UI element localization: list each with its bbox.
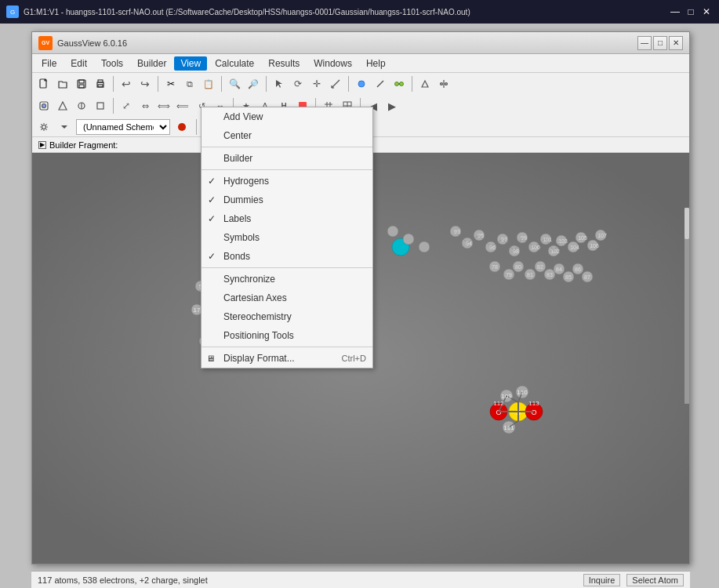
svg-text:97: 97 (501, 237, 507, 242)
labels-label: Labels (223, 213, 251, 224)
menu-windows[interactable]: Windows (307, 56, 358, 71)
toolbar-sep-3 (221, 76, 222, 92)
symbols-label: Symbols (223, 232, 260, 243)
toolbar-align-button[interactable]: ⟺ (155, 97, 172, 114)
scheme-selector[interactable]: (Unnamed Scheme) (76, 119, 170, 135)
menu-tools[interactable]: Tools (95, 56, 129, 71)
svg-rect-23 (97, 103, 103, 109)
toolbar-new-button[interactable] (35, 75, 53, 93)
view-menu-center[interactable]: Center (202, 126, 372, 145)
toolbar-paste-button[interactable]: 📋 (200, 75, 217, 93)
app-logo-icon: GV (38, 36, 53, 50)
menu-edit[interactable]: Edit (64, 56, 93, 71)
fragment-label: Builder Fragment: (49, 140, 118, 150)
view-menu-positioning-tools[interactable]: Positioning Tools (202, 326, 372, 345)
toolbar-copy-button[interactable]: ⧉ (181, 75, 198, 93)
svg-point-18 (445, 83, 448, 85)
dummies-label: Dummies (223, 194, 263, 205)
toolbar-next-button[interactable]: ▶ (383, 97, 401, 114)
add-view-label: Add View (223, 111, 263, 122)
svg-text:87: 87 (584, 274, 590, 280)
toolbar-cut-button[interactable]: ✂ (162, 75, 180, 93)
menu-view[interactable]: View (174, 56, 207, 71)
view-menu-labels[interactable]: ✓ Labels (202, 209, 372, 228)
toolbar-bond-button[interactable] (372, 75, 389, 93)
view-menu-dummies[interactable]: ✓ Dummies (202, 191, 372, 209)
toolbar-r1-btn4[interactable] (92, 97, 109, 114)
toolbar-save-button[interactable] (73, 75, 90, 93)
toolbar-symmetry-button[interactable] (435, 75, 452, 93)
bonds-check: ✓ (208, 251, 216, 262)
view-menu-stereochemistry[interactable]: Stereochemistry (202, 307, 372, 326)
svg-text:107: 107 (597, 233, 607, 238)
center-label: Center (223, 130, 252, 141)
svg-text:100: 100 (531, 245, 540, 250)
menu-results[interactable]: Results (262, 56, 306, 71)
toolbar-move-button[interactable]: ⤢ (118, 97, 135, 114)
svg-text:99: 99 (521, 235, 527, 241)
view-menu-cartesian-axes[interactable]: Cartesian Axes (202, 289, 372, 307)
svg-text:101: 101 (543, 237, 552, 242)
toolbar-sep-5 (348, 76, 349, 92)
toolbar-flip-button[interactable]: ⟸ (174, 97, 191, 114)
toolbar-sep-6 (412, 76, 412, 92)
os-minimize-button[interactable]: — (669, 5, 681, 18)
svg-text:106: 106 (590, 243, 599, 249)
toolbar-select-button[interactable] (271, 75, 288, 93)
scheme-sep (196, 119, 197, 135)
toolbar-translate-button[interactable]: ✛ (308, 75, 325, 93)
synchronize-label: Synchronize (223, 274, 275, 285)
os-maximize-button[interactable]: □ (685, 5, 697, 18)
view-menu-add-view[interactable]: Add View (202, 107, 372, 126)
view-menu-synchronize[interactable]: Synchronize (202, 270, 372, 289)
toolbar-row-1: ↩ ↪ ✂ ⧉ 📋 🔍 🔎 ⟳ ✛ (32, 73, 689, 95)
toolbar-r1-btn1[interactable] (35, 97, 53, 114)
toolbar-rotate-button[interactable]: ⟳ (289, 75, 307, 93)
app-close-button[interactable]: ✕ (669, 36, 683, 50)
svg-marker-33 (61, 125, 67, 129)
svg-text:102: 102 (550, 249, 560, 254)
toolbar-undo-button[interactable]: ↩ (118, 75, 135, 93)
os-close-button[interactable]: ✕ (700, 5, 713, 18)
menu-file[interactable]: File (35, 56, 63, 71)
scheme-color-red-button[interactable] (173, 118, 191, 136)
menu-bar: File Edit Tools Builder View Calculate R… (32, 54, 689, 73)
menu-calculate[interactable]: Calculate (209, 56, 260, 71)
scheme-settings-button[interactable] (35, 118, 53, 136)
toolbar-zoom-out-button[interactable]: 🔎 (245, 75, 262, 93)
svg-text:94: 94 (466, 241, 472, 246)
select-atom-button[interactable]: Select Atom (626, 574, 684, 586)
view-menu-hydrogens[interactable]: ✓ Hydrogens (202, 172, 372, 191)
menu-builder[interactable]: Builder (131, 56, 172, 71)
app-minimize-button[interactable]: — (637, 36, 652, 50)
toolbar-atom-button[interactable] (353, 75, 370, 93)
toolbar-fragment-button[interactable] (390, 75, 408, 93)
app-titlebar: GV GaussView 6.0.16 — □ ✕ (32, 32, 689, 54)
os-app-icon: G (6, 5, 19, 18)
inquire-button[interactable]: Inquire (583, 574, 621, 586)
view-menu-bonds[interactable]: ✓ Bonds (202, 247, 372, 266)
toolbar-r1-btn2[interactable] (54, 97, 71, 114)
toolbar-zoom-in-button[interactable]: 🔍 (226, 75, 243, 93)
app-maximize-button[interactable]: □ (653, 36, 667, 50)
view-menu-symbols[interactable]: Symbols (202, 228, 372, 247)
menu-help[interactable]: Help (360, 56, 392, 71)
cartesian-axes-label: Cartesian Axes (223, 292, 287, 303)
toolbar-open-button[interactable] (54, 75, 71, 93)
view-menu-sep-4 (202, 347, 372, 347)
toolbar-print-button[interactable] (92, 75, 109, 93)
labels-check: ✓ (208, 213, 216, 224)
view-menu-display-format[interactable]: 🖥 Display Format... Ctrl+D (202, 349, 372, 368)
svg-point-17 (441, 83, 443, 85)
toolbar-measure-button[interactable] (327, 75, 344, 93)
positioning-tools-label: Positioning Tools (223, 330, 294, 341)
fragment-expand-button[interactable]: ▶ (38, 141, 46, 149)
os-titlebar: G G1:M1:V1 - huangss-1101-scrf-NAO.out (… (0, 0, 719, 24)
toolbar-resize-button[interactable]: ⇔ (136, 97, 154, 114)
view-menu-builder[interactable]: Builder (202, 149, 372, 168)
toolbar-r1-btn3[interactable] (73, 97, 90, 114)
svg-point-78 (387, 226, 398, 237)
toolbar-redo-button[interactable]: ↪ (136, 75, 154, 93)
toolbar-clean-button[interactable] (416, 75, 434, 93)
scheme-dropdown-button[interactable] (56, 118, 73, 136)
